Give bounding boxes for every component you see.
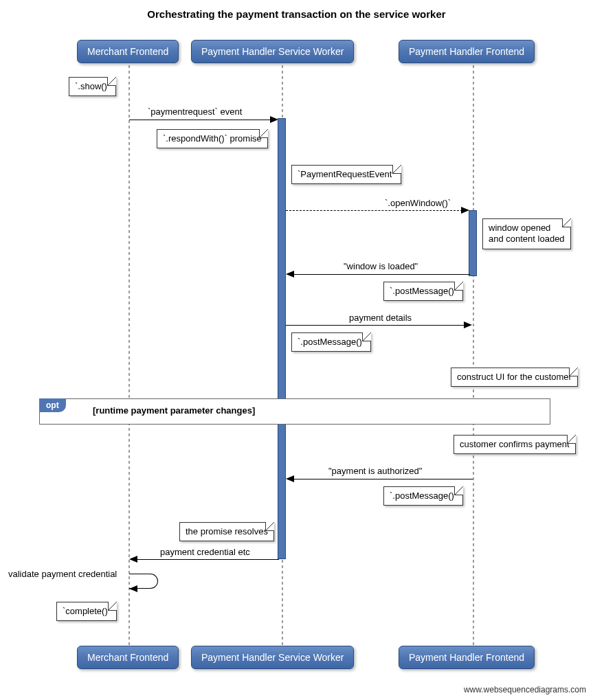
actor-sw-bottom: Payment Handler Service Worker	[191, 646, 354, 669]
msg-credential: payment credential etc	[160, 547, 250, 557]
diagram-title: Orchestrating the payment transaction on…	[0, 8, 593, 20]
msg-paymentrequest: `paymentrequest` event	[148, 106, 242, 117]
arrowhead-credential	[129, 556, 137, 563]
msg-validate: validate payment credential	[8, 569, 117, 579]
footer-credit: www.websequencediagrams.com	[464, 685, 586, 695]
note-paymentrequestevent: `PaymentRequestEvent`	[291, 165, 401, 184]
msg-windowloaded: "window is loaded"	[344, 261, 418, 271]
actor-merchant-bottom: Merchant Frontend	[77, 646, 179, 669]
arrow-credential	[137, 559, 279, 560]
arrow-paymentdetails	[286, 325, 465, 326]
opt-guard: [runtime payment parameter changes]	[93, 405, 255, 416]
arrowhead-paymentdetails	[464, 321, 472, 328]
note-postmessage-1: `.postMessage()`	[383, 282, 463, 301]
arrow-windowloaded	[294, 274, 470, 275]
msg-paymentdetails: payment details	[349, 313, 412, 323]
msg-openwindow: `.openWindow()`	[385, 198, 451, 208]
arrowhead-validate	[129, 585, 137, 592]
lifeline-frontend	[473, 65, 474, 646]
arrow-openwindow	[286, 210, 462, 211]
note-respondwith: `.respondWith()` promise	[157, 129, 268, 148]
actor-frontend-bottom: Payment Handler Frontend	[399, 646, 535, 669]
note-windowopened: window opened and content loaded	[482, 218, 571, 249]
activation-sw	[278, 118, 286, 559]
msg-authorized: "payment is authorized"	[328, 466, 422, 476]
arrow-paymentrequest	[129, 120, 270, 120]
opt-label: opt	[39, 398, 66, 412]
arrow-authorized	[294, 479, 473, 479]
note-show: `.show()`	[69, 77, 116, 96]
arrowhead-windowloaded	[286, 271, 294, 278]
actor-sw-top: Payment Handler Service Worker	[191, 40, 354, 63]
activation-frontend	[469, 210, 477, 276]
note-confirm: customer confirms payment	[454, 435, 576, 454]
note-constructui: construct UI for the customer	[451, 368, 578, 387]
actor-frontend-top: Payment Handler Frontend	[399, 40, 535, 63]
note-promiseresolves: the promise resolves	[179, 522, 274, 541]
sequence-diagram: Orchestrating the payment transaction on…	[0, 0, 593, 700]
note-complete: `complete()`	[56, 602, 117, 621]
note-postmessage-2: `.postMessage()`	[291, 332, 371, 352]
arrowhead-authorized	[286, 475, 294, 482]
actor-merchant-top: Merchant Frontend	[77, 40, 179, 63]
note-postmessage-3: `.postMessage()`	[383, 486, 463, 506]
